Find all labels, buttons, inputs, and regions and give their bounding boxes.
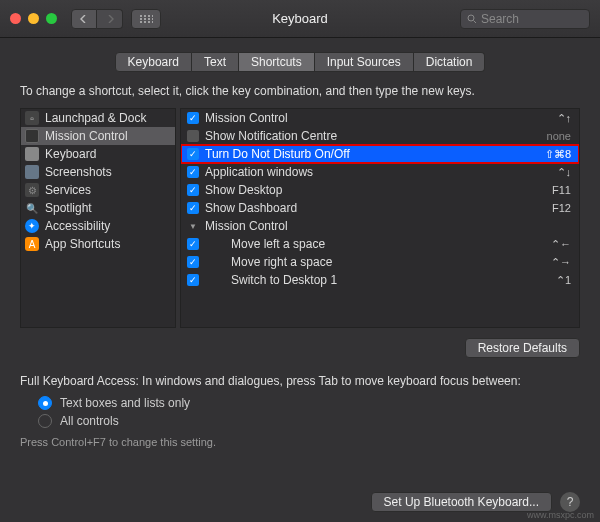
shortcut-row[interactable]: ✓Turn Do Not Disturb On/Off⇧⌘8 [181, 145, 579, 163]
svg-point-7 [152, 18, 153, 20]
checkbox[interactable]: ✓ [185, 237, 201, 251]
close-icon[interactable] [10, 13, 21, 24]
instruction-text: To change a shortcut, select it, click t… [20, 84, 580, 98]
tab-dictation[interactable]: Dictation [414, 52, 486, 72]
category-label: Spotlight [45, 201, 92, 215]
app-shortcuts-icon: A [25, 237, 39, 251]
shortcut-row[interactable]: ▼Mission Control [181, 217, 579, 235]
watermark: www.msxpc.com [527, 510, 594, 520]
checkbox[interactable]: ✓ [185, 147, 201, 161]
category-mission-control[interactable]: Mission Control [21, 127, 175, 145]
shortcut-label: Show Dashboard [205, 201, 552, 215]
radio-icon[interactable] [38, 396, 52, 410]
key-combo[interactable]: none [547, 130, 571, 142]
shortcut-label: Turn Do Not Disturb On/Off [205, 147, 545, 161]
shortcut-row[interactable]: ✓Show DashboardF12 [181, 199, 579, 217]
category-keyboard[interactable]: Keyboard [21, 145, 175, 163]
shortcut-row[interactable]: Show Notification Centrenone [181, 127, 579, 145]
category-accessibility[interactable]: ✦Accessibility [21, 217, 175, 235]
bluetooth-keyboard-button[interactable]: Set Up Bluetooth Keyboard... [371, 492, 552, 512]
tab-bar: KeyboardTextShortcutsInput SourcesDictat… [20, 52, 580, 72]
key-combo[interactable]: ⌃→ [551, 256, 571, 269]
svg-point-8 [140, 21, 142, 23]
fka-opt2-label: All controls [60, 414, 119, 428]
shortcut-label: Move left a space [205, 237, 551, 251]
shortcut-label: Show Desktop [205, 183, 552, 197]
panes: ▫Launchpad & DockMission ControlKeyboard… [20, 108, 580, 328]
checkbox[interactable] [185, 129, 201, 143]
svg-point-11 [152, 21, 153, 23]
shortcut-row[interactable]: ✓Mission Control⌃↑ [181, 109, 579, 127]
titlebar: Keyboard Search [0, 0, 600, 38]
category-launchpad-dock[interactable]: ▫Launchpad & Dock [21, 109, 175, 127]
svg-point-10 [148, 21, 150, 23]
key-combo[interactable]: ⇧⌘8 [545, 148, 571, 161]
show-all-button[interactable] [131, 9, 161, 29]
svg-point-5 [144, 18, 146, 20]
shortcut-row[interactable]: ✓Move right a space⌃→ [181, 253, 579, 271]
search-field[interactable]: Search [460, 9, 590, 29]
category-label: Mission Control [45, 129, 128, 143]
category-app-shortcuts[interactable]: AApp Shortcuts [21, 235, 175, 253]
window-controls [10, 13, 57, 24]
footer: Set Up Bluetooth Keyboard... ? [371, 492, 580, 512]
category-label: Services [45, 183, 91, 197]
key-combo[interactable]: ⌃↑ [557, 112, 572, 125]
shortcut-label: Switch to Desktop 1 [205, 273, 556, 287]
shortcut-label: Application windows [205, 165, 557, 179]
checkbox[interactable]: ✓ [185, 201, 201, 215]
help-button[interactable]: ? [560, 492, 580, 512]
tab-keyboard[interactable]: Keyboard [115, 52, 192, 72]
disclosure-triangle-icon[interactable]: ▼ [185, 219, 201, 233]
checkbox[interactable]: ✓ [185, 183, 201, 197]
back-button[interactable] [71, 9, 97, 29]
fka-opt1-label: Text boxes and lists only [60, 396, 190, 410]
key-combo[interactable]: ⌃1 [556, 274, 571, 287]
fka-hint: Press Control+F7 to change this setting. [20, 436, 580, 448]
svg-point-4 [140, 18, 142, 20]
checkbox[interactable]: ✓ [185, 273, 201, 287]
restore-row: Restore Defaults [20, 338, 580, 358]
category-services[interactable]: ⚙Services [21, 181, 175, 199]
category-label: Screenshots [45, 165, 112, 179]
key-combo[interactable]: ⌃← [551, 238, 571, 251]
tab-input-sources[interactable]: Input Sources [315, 52, 414, 72]
svg-point-2 [148, 15, 150, 17]
checkbox[interactable]: ✓ [185, 165, 201, 179]
category-label: Launchpad & Dock [45, 111, 146, 125]
services-icon: ⚙ [25, 183, 39, 197]
category-spotlight[interactable]: 🔍Spotlight [21, 199, 175, 217]
tab-text[interactable]: Text [192, 52, 239, 72]
minimize-icon[interactable] [28, 13, 39, 24]
accessibility-icon: ✦ [25, 219, 39, 233]
key-combo[interactable]: ⌃↓ [557, 166, 572, 179]
svg-line-13 [474, 20, 477, 23]
shortcut-list[interactable]: ✓Mission Control⌃↑Show Notification Cent… [180, 108, 580, 328]
checkbox[interactable]: ✓ [185, 255, 201, 269]
shortcut-label: Move right a space [205, 255, 551, 269]
launchpad-icon: ▫ [25, 111, 39, 125]
category-label: App Shortcuts [45, 237, 120, 251]
category-screenshots[interactable]: Screenshots [21, 163, 175, 181]
fka-option-2[interactable]: All controls [20, 414, 580, 428]
category-label: Accessibility [45, 219, 110, 233]
key-combo[interactable]: F11 [552, 184, 571, 196]
radio-icon[interactable] [38, 414, 52, 428]
shortcut-row[interactable]: ✓Move left a space⌃← [181, 235, 579, 253]
shortcut-row[interactable]: ✓Show DesktopF11 [181, 181, 579, 199]
fka-option-1[interactable]: Text boxes and lists only [20, 396, 580, 410]
shortcut-row[interactable]: ✓Application windows⌃↓ [181, 163, 579, 181]
shortcut-label: Mission Control [205, 219, 571, 233]
checkbox[interactable]: ✓ [185, 111, 201, 125]
restore-defaults-button[interactable]: Restore Defaults [465, 338, 580, 358]
tab-shortcuts[interactable]: Shortcuts [239, 52, 315, 72]
zoom-icon[interactable] [46, 13, 57, 24]
search-placeholder: Search [481, 12, 519, 26]
category-list[interactable]: ▫Launchpad & DockMission ControlKeyboard… [20, 108, 176, 328]
svg-point-3 [152, 15, 153, 17]
svg-point-1 [144, 15, 146, 17]
shortcut-row[interactable]: ✓Switch to Desktop 1⌃1 [181, 271, 579, 289]
fka-intro: Full Keyboard Access: In windows and dia… [20, 374, 580, 388]
key-combo[interactable]: F12 [552, 202, 571, 214]
shortcut-label: Show Notification Centre [205, 129, 547, 143]
